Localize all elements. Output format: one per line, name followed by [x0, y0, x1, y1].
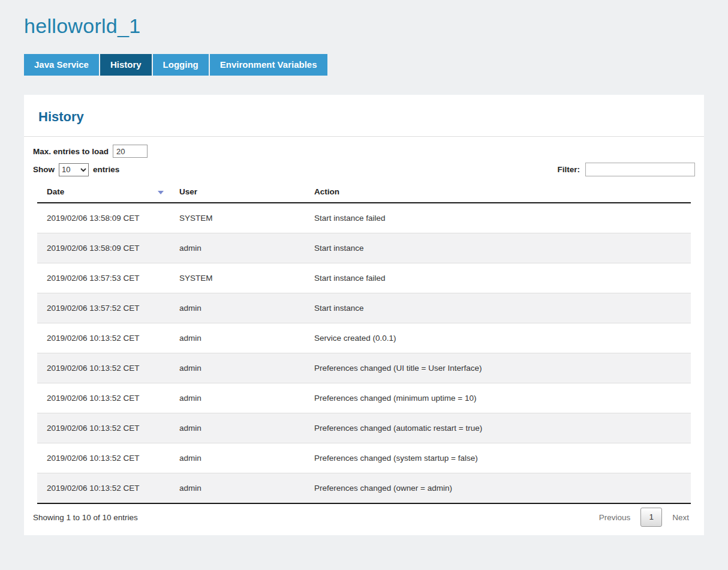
table-row: 2019/02/06 10:13:52 CET admin Preference… [37, 413, 691, 443]
cell-user: SYSTEM [170, 263, 305, 293]
table-row: 2019/02/06 13:58:09 CET admin Start inst… [37, 233, 691, 263]
page-title: helloworld_1 [24, 14, 704, 38]
cell-action: Preferences changed (UI title = User Int… [305, 353, 691, 383]
table-row: 2019/02/06 10:13:52 CET admin Preference… [37, 443, 691, 473]
cell-user: admin [170, 383, 305, 413]
table-row: 2019/02/06 13:58:09 CET SYSTEM Start ins… [37, 203, 691, 233]
cell-action: Preferences changed (minimum uptime = 10… [305, 383, 691, 413]
cell-user: admin [170, 413, 305, 443]
show-label: Show [33, 165, 55, 174]
table-info: Showing 1 to 10 of 10 entries [33, 513, 138, 522]
history-table-body: 2019/02/06 13:58:09 CET SYSTEM Start ins… [37, 203, 691, 503]
panel-heading: History [24, 95, 704, 137]
tab-logging[interactable]: Logging [153, 54, 209, 76]
cell-action: Start instance [305, 293, 691, 323]
table-row: 2019/02/06 10:13:52 CET admin Preference… [37, 353, 691, 383]
table-row: 2019/02/06 13:57:52 CET admin Start inst… [37, 293, 691, 323]
tab-history[interactable]: History [100, 54, 152, 76]
history-table: Date User Action 2019/02/06 13:58:09 CET… [37, 180, 691, 504]
entries-label: entries [93, 165, 119, 174]
table-footer: Showing 1 to 10 of 10 entries Previous 1… [24, 504, 704, 535]
tab-bar: Java Service History Logging Environment… [24, 54, 704, 76]
previous-page-button[interactable]: Previous [598, 509, 632, 526]
cell-action: Preferences changed (automatic restart =… [305, 413, 691, 443]
cell-user: SYSTEM [170, 203, 305, 233]
cell-date: 2019/02/06 10:13:52 CET [37, 443, 170, 473]
column-header-user[interactable]: User [170, 180, 305, 203]
cell-date: 2019/02/06 10:13:52 CET [37, 413, 170, 443]
cell-action: Service created (0.0.1) [305, 323, 691, 353]
table-header-row: Date User Action [37, 180, 691, 203]
cell-date: 2019/02/06 13:57:53 CET [37, 263, 170, 293]
filter-input[interactable] [585, 163, 695, 176]
cell-action: Start instance failed [305, 203, 691, 233]
cell-date: 2019/02/06 13:57:52 CET [37, 293, 170, 323]
cell-date: 2019/02/06 13:58:09 CET [37, 203, 170, 233]
table-row: 2019/02/06 13:57:53 CET SYSTEM Start ins… [37, 263, 691, 293]
cell-date: 2019/02/06 10:13:52 CET [37, 323, 170, 353]
cell-user: admin [170, 293, 305, 323]
cell-date: 2019/02/06 10:13:52 CET [37, 353, 170, 383]
max-entries-label: Max. entries to load [33, 147, 109, 156]
current-page-button[interactable]: 1 [640, 508, 662, 527]
max-entries-input[interactable] [113, 145, 148, 158]
cell-action: Start instance failed [305, 263, 691, 293]
cell-user: admin [170, 233, 305, 263]
cell-date: 2019/02/06 10:13:52 CET [37, 383, 170, 413]
column-header-action[interactable]: Action [305, 180, 691, 203]
table-row: 2019/02/06 10:13:52 CET admin Service cr… [37, 323, 691, 353]
tab-java-service[interactable]: Java Service [24, 54, 99, 76]
table-row: 2019/02/06 10:13:52 CET admin Preference… [37, 383, 691, 413]
page-length-select[interactable]: 10 [59, 163, 89, 176]
cell-date: 2019/02/06 13:58:09 CET [37, 233, 170, 263]
cell-action: Preferences changed (system startup = fa… [305, 443, 691, 473]
column-header-action-label: Action [314, 187, 339, 196]
sort-desc-icon [158, 191, 164, 194]
history-panel: History Max. entries to load Show 10 ent… [24, 95, 704, 535]
tab-environment-variables[interactable]: Environment Variables [210, 54, 327, 76]
cell-user: admin [170, 323, 305, 353]
table-row: 2019/02/06 10:13:52 CET admin Preference… [37, 473, 691, 504]
cell-date: 2019/02/06 10:13:52 CET [37, 473, 170, 504]
cell-action: Preferences changed (owner = admin) [305, 473, 691, 504]
pagination: Previous 1 Next [598, 508, 695, 527]
column-header-user-label: User [179, 187, 197, 196]
column-header-date[interactable]: Date [37, 180, 170, 203]
cell-user: admin [170, 443, 305, 473]
table-controls: Max. entries to load Show 10 entries Fil… [24, 137, 704, 176]
cell-user: admin [170, 353, 305, 383]
cell-user: admin [170, 473, 305, 504]
filter-label: Filter: [557, 165, 580, 174]
next-page-button[interactable]: Next [671, 509, 690, 526]
column-header-date-label: Date [47, 187, 64, 196]
cell-action: Start instance [305, 233, 691, 263]
